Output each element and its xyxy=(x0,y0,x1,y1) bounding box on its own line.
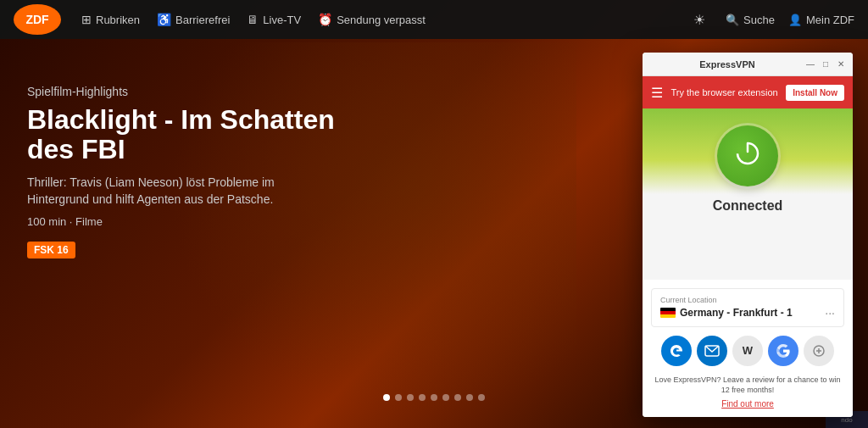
location-row: Germany - Frankfurt - 1 ··· xyxy=(660,306,835,320)
minimize-button[interactable]: — xyxy=(805,59,815,69)
profile-button[interactable]: 👤 Mein ZDF xyxy=(788,14,854,26)
location-card: Current Location Germany - Frankfurt - 1… xyxy=(651,288,844,327)
nav-item-barrierefrei[interactable]: ♿ Barrierefrei xyxy=(157,13,230,26)
dot-9[interactable] xyxy=(478,394,485,401)
dot-7[interactable] xyxy=(454,394,461,401)
find-out-link[interactable]: Find out more xyxy=(651,399,844,409)
expressvpn-window: ExpressVPN — □ ✕ ☰ Try the browser exten… xyxy=(643,53,853,417)
fsk-badge: FSK 16 xyxy=(27,242,75,258)
vpn-window-title: ExpressVPN xyxy=(649,59,805,69)
live-tv-label: Live-TV xyxy=(263,14,301,26)
zdf-logo[interactable]: ZDF xyxy=(14,4,61,35)
hero-meta: 100 min · Filme xyxy=(27,215,349,228)
hero-subtitle: Spielfilm-Highlights xyxy=(27,85,349,98)
maximize-button[interactable]: □ xyxy=(821,59,831,69)
install-now-button[interactable]: Install Now xyxy=(786,85,844,101)
vpn-main: Connected xyxy=(643,108,853,280)
edge-shortcut[interactable] xyxy=(661,336,692,366)
dot-6[interactable] xyxy=(442,394,449,401)
vpn-window-controls: — □ ✕ xyxy=(805,59,846,69)
more-shortcut[interactable] xyxy=(804,336,834,366)
search-label: Suche xyxy=(743,14,775,26)
power-button[interactable] xyxy=(717,125,778,186)
close-button[interactable]: ✕ xyxy=(836,59,846,69)
nav-items: ⊞ Rubriken ♿ Barrierefrei 🖥 Live-TV ⏰ Se… xyxy=(81,13,693,26)
barrierefrei-label: Barrierefrei xyxy=(175,14,230,26)
dot-4[interactable] xyxy=(419,394,426,401)
german-flag xyxy=(660,308,676,318)
profile-icon: 👤 xyxy=(788,14,802,26)
vpn-toolbar: ☰ Try the browser extension Install Now xyxy=(643,76,853,108)
connected-status: Connected xyxy=(713,198,783,214)
dot-3[interactable] xyxy=(407,394,414,401)
hero-description: Thriller: Travis (Liam Neeson) löst Prob… xyxy=(27,175,332,208)
rubriken-icon: ⊞ xyxy=(81,13,92,26)
nav-item-sendung-verpasst[interactable]: ⏰ Sendung verpasst xyxy=(318,13,426,26)
location-text: Germany - Frankfurt - 1 xyxy=(680,307,793,319)
power-icon xyxy=(734,140,761,173)
location-more-button[interactable]: ··· xyxy=(825,306,835,320)
svg-text:ZDF: ZDF xyxy=(25,13,49,26)
sendung-icon: ⏰ xyxy=(318,13,332,26)
vpn-titlebar: ExpressVPN — □ ✕ xyxy=(643,53,853,76)
nav-item-rubriken[interactable]: ⊞ Rubriken xyxy=(81,13,140,26)
shortcut-row: W xyxy=(651,336,844,366)
toolbar-promo-text: Try the browser extension xyxy=(670,87,779,97)
hero-section: Spielfilm-Highlights Blacklight - Im Sch… xyxy=(27,85,349,258)
google-shortcut[interactable] xyxy=(768,336,798,366)
wikipedia-icon: W xyxy=(743,344,753,357)
hamburger-icon[interactable]: ☰ xyxy=(651,85,663,101)
email-shortcut[interactable] xyxy=(697,336,727,366)
hero-title: Blacklight - Im Schatten des FBI xyxy=(27,105,349,164)
sendung-label: Sendung verpasst xyxy=(337,14,426,26)
rubriken-label: Rubriken xyxy=(96,14,140,26)
dot-1[interactable] xyxy=(383,394,390,401)
search-button[interactable]: 🔍 Suche xyxy=(726,14,775,26)
dot-2[interactable] xyxy=(395,394,402,401)
nav-item-live-tv[interactable]: 🖥 Live-TV xyxy=(247,13,301,26)
brightness-button[interactable]: ☀ xyxy=(693,12,705,28)
zdf-navbar: ZDF ⊞ Rubriken ♿ Barrierefrei 🖥 Live-TV … xyxy=(0,0,868,39)
carousel-dots xyxy=(383,394,485,401)
barrierefrei-icon: ♿ xyxy=(157,13,171,26)
dot-8[interactable] xyxy=(466,394,473,401)
live-tv-icon: 🖥 xyxy=(247,13,259,26)
location-label: Current Location xyxy=(660,296,835,304)
profile-label: Mein ZDF xyxy=(806,14,854,26)
nav-right: ☀ 🔍 Suche 👤 Mein ZDF xyxy=(693,12,854,28)
promo-text: Love ExpressVPN? Leave a review for a ch… xyxy=(651,375,844,396)
dot-5[interactable] xyxy=(431,394,437,401)
location-name: Germany - Frankfurt - 1 xyxy=(660,307,793,319)
wikipedia-shortcut[interactable]: W xyxy=(732,336,763,366)
search-icon: 🔍 xyxy=(726,14,739,26)
vpn-bottom: Current Location Germany - Frankfurt - 1… xyxy=(643,280,853,417)
flag-gold xyxy=(660,314,676,318)
